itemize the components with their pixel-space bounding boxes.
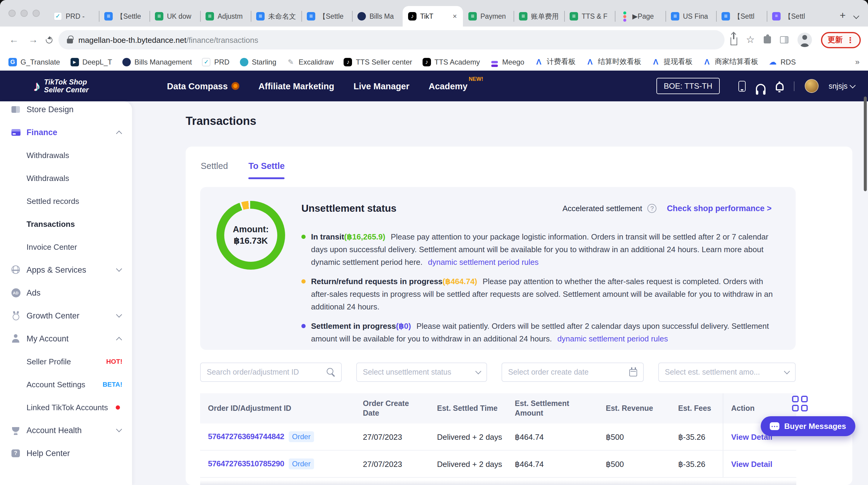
bookmark-label: Bills Management (134, 58, 192, 66)
sidebar-item-settled-records[interactable]: Settled records (0, 190, 132, 212)
bookmark-item[interactable]: ♪TTS Seller center (344, 58, 412, 66)
buyer-messages-button[interactable]: Buyer Messages (761, 416, 855, 436)
browser-menu-icon[interactable]: ⋮ (846, 35, 854, 44)
chevron-down-icon (116, 312, 122, 318)
nav-item-data-compass[interactable]: Data Compass (167, 81, 239, 91)
sidebar-item-withdrawals[interactable]: Withdrawals (0, 144, 132, 167)
sidebar-item-store-design[interactable]: Store Design (0, 101, 132, 121)
sidebar-item-my-account[interactable]: My Account (0, 327, 132, 350)
username-menu[interactable]: snjsjs (829, 82, 855, 90)
sidebar-item-seller-profile[interactable]: Seller ProfileHOT! (0, 350, 132, 373)
filter-chevron-input[interactable]: Select est. settlement amo... (658, 363, 796, 382)
bookmark-item[interactable]: Λ商家结算看板 (703, 57, 758, 67)
tab-search-icon[interactable] (853, 13, 859, 19)
address-bar[interactable]: magellan-boe-th.bytedance.net/finance/tr… (59, 30, 724, 50)
browser-tab[interactable]: ≡TTS & F (564, 6, 615, 27)
column-settings-icon[interactable] (792, 396, 808, 412)
help-question-icon[interactable]: ? (648, 204, 657, 213)
nav-item-affiliate-marketing[interactable]: Affiliate Marketing (258, 81, 334, 91)
browser-tab[interactable]: ≡未命名文 (251, 6, 301, 27)
browser-tab[interactable]: ≡【Settl (716, 6, 767, 27)
tab-settled[interactable]: Settled (201, 161, 228, 179)
minimize-window-button[interactable] (21, 10, 28, 17)
close-window-button[interactable] (8, 10, 16, 17)
sidebar-item-invoice-center[interactable]: Invoice Center (0, 235, 132, 258)
bookmark-item[interactable]: Meego (490, 58, 524, 66)
nav-item-live-manager[interactable]: Live Manager (353, 81, 409, 91)
filter-search-input[interactable]: Search order/adjustment ID (200, 363, 342, 382)
bookmark-item[interactable]: Λ结算时效看板 (586, 57, 641, 67)
view-detail-link[interactable]: View Detail (731, 459, 772, 468)
chrome-update-button[interactable]: 更新 ⋮ (821, 32, 861, 48)
bell-icon[interactable] (775, 83, 783, 90)
nav-item-academy[interactable]: AcademyNEW! (429, 81, 467, 91)
tiktok-icon: ♪ (408, 12, 416, 21)
reload-icon[interactable] (44, 35, 54, 44)
check-shop-performance-link[interactable]: Check shop performance > (667, 204, 772, 213)
browser-tab[interactable]: ≡【Settle (99, 6, 150, 27)
filter-calendar-input[interactable]: Select order create date (501, 363, 644, 382)
tab-to-settle[interactable]: To Settle (248, 161, 284, 179)
forward-button[interactable]: → (27, 34, 40, 45)
order-id-link[interactable]: 576472763510785290 (208, 459, 284, 468)
browser-tab[interactable]: ♪TikT× (403, 6, 463, 27)
browser-tab[interactable]: ≡UK dow (150, 6, 200, 27)
browser-tab[interactable]: ≡【Settl (767, 6, 817, 27)
dark-app-icon (358, 12, 366, 21)
browser-tab[interactable]: ✓PRD - (48, 6, 99, 27)
bookmark-item[interactable]: ♪TTS Academy (423, 58, 480, 66)
sidebar-item-apps-services[interactable]: Apps & Services (0, 258, 132, 281)
tiktok-shop-logo[interactable]: ♪ TikTok Shop Seller Center (33, 78, 89, 94)
bookmark-item[interactable]: ✎Excalidraw (287, 58, 334, 66)
bookmark-item[interactable]: Bills Management (122, 58, 192, 66)
sidebar-item-growth-center[interactable]: Growth Center (0, 304, 132, 327)
table-row: 576472763694744842Order27/07/2023Deliver… (200, 424, 796, 451)
bookmark-item[interactable]: Λ计费看板 (535, 57, 576, 67)
url-domain: magellan-boe-th.bytedance.net (79, 35, 186, 44)
sidebar-item-label: Settled records (27, 196, 79, 205)
browser-tab[interactable]: ≡Paymen (463, 6, 514, 27)
browser-tab[interactable]: ≡账单费用 (514, 6, 564, 27)
settlement-rules-link[interactable]: dynamic settlement period rules (428, 258, 538, 267)
sidebar-item-account-health[interactable]: Account Health (0, 419, 132, 441)
side-panel-icon[interactable] (780, 36, 788, 44)
browser-tab[interactable]: ≡US Fina (665, 6, 716, 27)
bookmark-item[interactable]: ▸DeepL_T (70, 58, 112, 66)
back-button[interactable]: ← (7, 34, 21, 45)
bookmark-item[interactable]: ☁RDS (769, 58, 796, 66)
sidebar-item-ads[interactable]: ADAds (0, 281, 132, 304)
sidebar-item-help-center[interactable]: ?Help Center (0, 441, 132, 464)
bookmark-item[interactable]: GG_Translate (8, 58, 60, 66)
phone-icon[interactable] (738, 81, 745, 91)
browser-tab[interactable]: ▶Page (615, 6, 665, 27)
settlement-rules-link[interactable]: dynamic settlement period rules (557, 334, 668, 343)
profile-avatar-icon[interactable] (798, 33, 812, 47)
bookmark-item[interactable]: Λ提现看板 (652, 57, 692, 67)
bookmark-star-icon[interactable]: ☆ (746, 35, 755, 45)
zoom-window-button[interactable] (33, 10, 40, 17)
page-scrollbar-thumb[interactable] (864, 96, 867, 191)
sidebar-item-transactions[interactable]: Transactions (0, 212, 132, 235)
bookmark-item[interactable]: Starling (240, 58, 276, 66)
extensions-icon[interactable] (764, 36, 771, 44)
browser-tab[interactable]: Bills Ma (352, 6, 403, 27)
sidebar-item-linked-tiktok-accounts[interactable]: Linked TikTok Accounts (0, 396, 132, 419)
order-id-link[interactable]: 576472763694744842 (208, 432, 284, 441)
browser-tab[interactable]: ≡Adjustm (200, 6, 251, 27)
sidebar-item-finance[interactable]: Finance (0, 121, 132, 144)
window-controls[interactable] (0, 0, 48, 27)
user-avatar[interactable] (804, 79, 818, 93)
sidebar-item-withdrawals[interactable]: Withdrawals (0, 167, 132, 190)
new-tab-button[interactable]: + (834, 10, 852, 27)
close-icon[interactable]: × (452, 12, 458, 21)
bookmark-item[interactable]: ✓PRD (202, 58, 230, 66)
headset-icon[interactable] (755, 84, 765, 92)
browser-window: ✓PRD -≡【Settle≡UK dow≡Adjustm≡未命名文≡【Sett… (0, 0, 868, 485)
settlement-tabs: SettledTo Settle (201, 161, 285, 179)
bookmarks-overflow-icon[interactable]: » (855, 57, 860, 66)
filter-chevron-input[interactable]: Select unsettlement status (356, 363, 487, 382)
share-icon[interactable] (730, 37, 737, 45)
shop-region-badge[interactable]: BOE: TTS-TH (656, 78, 719, 94)
sidebar-item-account-settings[interactable]: Account SettingsBETA! (0, 373, 132, 396)
browser-tab[interactable]: ≡【Settle (301, 6, 352, 27)
